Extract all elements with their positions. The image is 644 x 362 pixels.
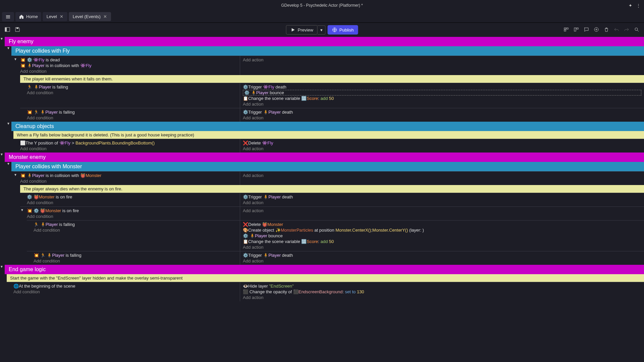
add-action[interactable]: Add action <box>243 295 641 300</box>
add-condition[interactable]: Add condition <box>20 146 237 152</box>
group-player-collides-fly[interactable]: Player collides with Fly <box>11 46 644 56</box>
condition-line[interactable]: 💥 🧍Player is in collision with 👾Fly <box>20 63 237 68</box>
more-icon[interactable]: ⋮ <box>636 3 641 8</box>
action-line[interactable]: ⚙️Trigger 🧍Player death <box>243 194 641 200</box>
add-action[interactable]: Add action <box>243 244 641 250</box>
publish-button[interactable]: Publish <box>328 25 358 35</box>
collapse-caret[interactable]: ▼ <box>14 57 18 75</box>
comment[interactable]: Start the game with the "EndScreen" laye… <box>7 274 644 282</box>
add-action[interactable]: Add action <box>243 208 641 214</box>
add-condition[interactable]: Add condition <box>27 115 237 121</box>
toolbar-icon-2[interactable] <box>572 25 580 35</box>
extension-icon[interactable]: ✦ <box>629 3 632 8</box>
collapse-caret[interactable]: ▼ <box>0 37 5 46</box>
panel-left-icon[interactable] <box>3 25 11 35</box>
tab-level[interactable]: Level ✕ <box>43 12 67 21</box>
comment[interactable]: The player kill ennemies when it falls o… <box>20 75 644 83</box>
condition-line[interactable]: 🌐At the beginning of the scene <box>13 283 237 289</box>
condition-line[interactable]: ⬜The Y position of 👾Fly > BackgroundPlan… <box>20 140 237 146</box>
window-title: GDevelop 5 - Psychedelic Actor (Platform… <box>281 3 363 8</box>
add-action[interactable]: Add action <box>243 57 641 63</box>
add-condition[interactable]: Add condition <box>34 227 237 233</box>
tab-level-events[interactable]: Level (Events) ✕ <box>69 12 111 21</box>
add-condition[interactable]: Add condition <box>20 68 237 74</box>
action-line[interactable]: 👁️Hide layer "EndScreen" <box>243 283 641 289</box>
action-line[interactable]: 📋Change the scene variable 🔢Score: add 5… <box>243 96 641 101</box>
collapse-caret[interactable]: ▼ <box>7 162 11 171</box>
add-condition[interactable]: Add condition <box>34 258 237 264</box>
home-label: Home <box>26 14 38 19</box>
preview-dropdown[interactable]: ▾ <box>318 25 326 35</box>
action-line[interactable]: ⚙️Trigger 🧍Player death <box>243 252 641 258</box>
trash-icon[interactable] <box>602 25 610 35</box>
action-line[interactable]: ⚙️Trigger 👾Fly death <box>243 84 641 90</box>
close-icon[interactable]: ✕ <box>103 14 107 19</box>
condition-line[interactable]: 💥 🏃 🧍Player is falling <box>34 252 237 258</box>
action-line[interactable]: ⬛ Change the opacity of ⬛EndscreenBackgr… <box>243 289 641 295</box>
comment[interactable]: When a Fly falls below background it is … <box>13 131 644 139</box>
add-condition[interactable]: Add condition <box>27 90 237 96</box>
main-menu-button[interactable] <box>2 12 14 21</box>
group-fly-enemy[interactable]: Fly enemy <box>5 37 644 46</box>
comment[interactable]: The player always dies when the ennemy i… <box>20 185 644 193</box>
add-action[interactable]: Add action <box>243 101 641 107</box>
action-line[interactable]: ⚙️ 🧍Player bounce <box>243 90 641 96</box>
save-icon[interactable] <box>13 25 21 35</box>
collapse-caret[interactable]: ▼ <box>7 46 11 56</box>
search-icon[interactable] <box>633 25 641 35</box>
add-action[interactable]: Add action <box>243 115 641 121</box>
toolbar-icon-1[interactable] <box>562 25 570 35</box>
collapse-caret[interactable]: ▼ <box>0 265 5 274</box>
group-end-game-logic[interactable]: End game logic <box>5 265 644 274</box>
add-condition[interactable]: Add condition <box>27 200 237 205</box>
action-line[interactable]: ❌Delete 👹Monster <box>243 222 641 227</box>
condition-line[interactable]: 💥 ⚙️ 👾Fly is dead <box>20 57 237 63</box>
group-monster-enemy[interactable]: Monster enemy <box>5 153 644 162</box>
svg-point-10 <box>635 28 638 31</box>
add-icon[interactable] <box>592 25 600 35</box>
condition-line[interactable]: 💥 🏃 🧍Player is falling <box>27 109 237 115</box>
undo-icon[interactable] <box>612 25 621 35</box>
menu-icon <box>5 14 11 19</box>
action-line[interactable]: 📋Change the scene variable 🔢Score: add 5… <box>243 239 641 244</box>
action-line[interactable]: ❌Delete 👾Fly <box>243 140 641 146</box>
svg-rect-8 <box>577 28 578 29</box>
add-action[interactable]: Add action <box>243 258 641 264</box>
add-condition[interactable]: Add condition <box>20 178 237 184</box>
redo-icon[interactable] <box>623 25 631 35</box>
svg-rect-7 <box>574 28 576 31</box>
play-icon <box>290 27 296 33</box>
svg-rect-4 <box>564 28 566 29</box>
close-icon[interactable]: ✕ <box>60 14 63 19</box>
home-tab[interactable]: Home <box>15 12 41 21</box>
condition-line[interactable]: 💥 ⚙️ 👹Monster is on fire <box>27 208 237 214</box>
condition-line[interactable]: 💥 🧍Player is in collision with 👹Monster <box>20 173 237 178</box>
action-line[interactable]: 🎨Create object ✨MonsterParticles at posi… <box>243 227 641 233</box>
svg-rect-5 <box>567 28 568 29</box>
comment-icon[interactable] <box>582 25 590 35</box>
collapse-caret[interactable]: ▼ <box>20 208 25 220</box>
add-action[interactable]: Add action <box>243 146 641 152</box>
condition-line[interactable]: 🏃 🧍Player is falling <box>34 222 237 227</box>
svg-rect-2 <box>16 27 18 29</box>
add-condition[interactable]: Add condition <box>13 289 237 295</box>
group-cleanup-objects[interactable]: Cleanup objects <box>11 122 644 131</box>
condition-line[interactable]: 🏃 🧍Player is falling <box>27 84 237 90</box>
svg-rect-6 <box>564 30 566 31</box>
home-icon <box>19 14 24 19</box>
svg-rect-1 <box>5 27 7 32</box>
condition-line[interactable]: ⚙️ 👹Monster is on fire <box>27 194 237 200</box>
collapse-caret[interactable]: ▼ <box>0 153 5 162</box>
add-action[interactable]: Add action <box>243 200 641 205</box>
collapse-caret[interactable]: ▼ <box>14 173 18 185</box>
group-player-collides-monster[interactable]: Player collides with Monster <box>11 162 644 171</box>
action-line[interactable]: ⚙️Trigger 🧍Player death <box>243 109 641 115</box>
preview-button[interactable]: Preview <box>286 25 318 35</box>
add-action[interactable]: Add action <box>243 173 641 178</box>
globe-icon <box>332 27 337 33</box>
collapse-caret[interactable]: ▼ <box>7 122 11 131</box>
action-line[interactable]: ⚙️ 🧍Player bounce <box>243 233 641 239</box>
add-condition[interactable]: Add condition <box>27 214 237 219</box>
